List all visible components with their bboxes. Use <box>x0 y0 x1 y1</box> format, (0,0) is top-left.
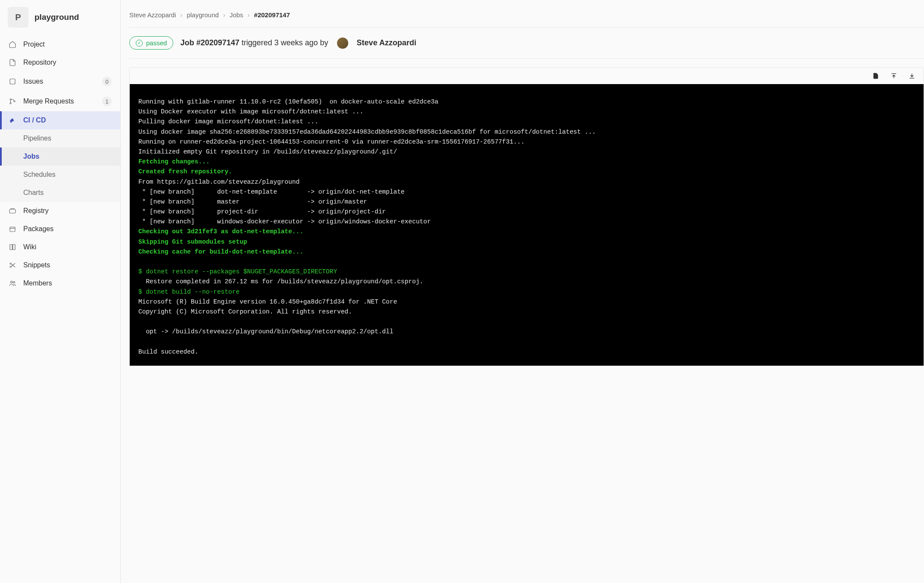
sidebar-header: P playground <box>0 3 120 35</box>
sidebar-item-snippets[interactable]: Snippets <box>0 256 120 274</box>
job-id: Job #202097147 <box>180 38 239 47</box>
log-line: Pulling docker image microsoft/dotnet:la… <box>138 118 318 125</box>
issues-count-badge: 0 <box>102 77 112 86</box>
sidebar-item-packages[interactable]: Packages <box>0 220 120 238</box>
nav-label: Members <box>23 279 112 287</box>
svg-point-2 <box>10 103 11 104</box>
scroll-bottom-icon[interactable] <box>908 72 916 80</box>
log-line: * [new branch] dot-net-template -> origi… <box>138 188 405 195</box>
log-line: * [new branch] windows-docker-executor -… <box>138 218 431 225</box>
svg-rect-0 <box>10 79 15 84</box>
log-line: Initialized empty Git repository in /bui… <box>138 148 397 155</box>
job-log-container: Running with gitlab-runner 11.10.0-rc2 (… <box>129 67 924 366</box>
book-icon <box>9 243 16 251</box>
project-name[interactable]: playground <box>34 13 79 22</box>
chevron-right-icon: › <box>223 11 225 19</box>
author-name[interactable]: Steve Azzopardi <box>357 38 416 47</box>
nav-label: Wiki <box>23 243 112 251</box>
breadcrumb-section[interactable]: Jobs <box>230 11 243 19</box>
sub-item-schedules[interactable]: Schedules <box>0 166 120 184</box>
job-header: ✓ passed Job #202097147 triggered 3 week… <box>129 28 924 58</box>
svg-rect-4 <box>9 209 16 213</box>
log-line: $ dotnet restore --packages $NUGET_PACKA… <box>138 268 337 275</box>
home-icon <box>9 41 16 48</box>
chevron-right-icon: › <box>247 11 250 19</box>
sidebar-item-project[interactable]: Project <box>0 35 120 53</box>
svg-point-7 <box>10 266 11 267</box>
log-line: Fetching changes... <box>138 158 209 165</box>
breadcrumb-root[interactable]: Steve Azzopardi <box>129 11 176 19</box>
log-line: Created fresh repository. <box>138 168 232 175</box>
sidebar-item-registry[interactable]: Registry <box>0 202 120 220</box>
sidebar: P playground Project Repository Issues 0… <box>0 0 121 583</box>
check-circle-icon: ✓ <box>136 40 143 47</box>
sidebar-item-wiki[interactable]: Wiki <box>0 238 120 256</box>
status-label: passed <box>146 39 167 47</box>
sub-item-jobs[interactable]: Jobs <box>0 147 120 166</box>
log-line: $ dotnet build --no-restore <box>138 288 240 295</box>
divider <box>129 58 924 59</box>
project-badge: P <box>8 7 28 28</box>
scroll-top-icon[interactable] <box>890 72 898 80</box>
log-line: Restore completed in 267.12 ms for /buil… <box>138 278 423 285</box>
nav-label: Merge Requests <box>23 97 95 105</box>
nav-label: Project <box>23 41 112 48</box>
log-line: Microsoft (R) Build Engine version 16.0.… <box>138 298 397 305</box>
log-line: Checking cache for build-dot-net-templat… <box>138 248 303 255</box>
job-log[interactable]: Running with gitlab-runner 11.10.0-rc2 (… <box>130 84 924 366</box>
sub-item-charts[interactable]: Charts <box>0 184 120 202</box>
log-line: Using Docker executor with image microso… <box>138 108 363 115</box>
file-icon <box>9 59 16 66</box>
issues-icon <box>9 78 16 85</box>
job-trigger-text: triggered 3 weeks ago by <box>239 38 328 47</box>
log-line: Using docker image sha256:e268893be73339… <box>138 129 596 135</box>
log-line: Skipping Git submodules setup <box>138 238 247 245</box>
log-line: Checking out 3d21fef3 as dot-net-templat… <box>138 228 303 235</box>
svg-rect-5 <box>10 227 15 232</box>
svg-point-6 <box>10 263 11 264</box>
nav-label: Registry <box>23 207 112 215</box>
log-line: * [new branch] project-dir -> origin/pro… <box>138 208 386 215</box>
sidebar-item-issues[interactable]: Issues 0 <box>0 72 120 91</box>
merge-icon <box>9 97 16 105</box>
log-line: Build succeeded. <box>138 348 198 355</box>
log-line: From https://gitlab.com/steveazz/playgro… <box>138 179 300 185</box>
nav-label: Repository <box>23 59 112 66</box>
breadcrumb: Steve Azzopardi › playground › Jobs › #2… <box>129 9 924 27</box>
svg-point-9 <box>13 282 15 283</box>
sidebar-item-merge-requests[interactable]: Merge Requests 1 <box>0 91 120 111</box>
sidebar-item-repository[interactable]: Repository <box>0 53 120 72</box>
chevron-right-icon: › <box>180 11 182 19</box>
svg-point-3 <box>14 101 15 102</box>
members-icon <box>9 279 16 287</box>
sidebar-item-members[interactable]: Members <box>0 274 120 292</box>
log-line: * [new branch] master -> origin/master <box>138 198 367 205</box>
job-title: Job #202097147 triggered 3 weeks ago by <box>180 38 328 47</box>
sub-item-pipelines[interactable]: Pipelines <box>0 129 120 147</box>
status-badge[interactable]: ✓ passed <box>129 36 173 50</box>
sidebar-item-ci-cd[interactable]: CI / CD <box>0 111 120 129</box>
log-line: Copyright (C) Microsoft Corporation. All… <box>138 308 352 315</box>
terminal-toolbar <box>130 68 924 84</box>
package-icon <box>9 225 16 233</box>
svg-point-1 <box>10 99 11 100</box>
nav-label: CI / CD <box>23 116 112 124</box>
nav-label: Issues <box>23 78 95 85</box>
scissors-icon <box>9 261 16 269</box>
nav-label: Packages <box>23 225 112 233</box>
log-line: Running on runner-ed2dce3a-project-10644… <box>138 138 524 145</box>
breadcrumb-current: #202097147 <box>254 11 290 19</box>
raw-log-icon[interactable] <box>872 72 880 80</box>
mr-count-badge: 1 <box>102 97 112 106</box>
log-line: opt -> /builds/steveazz/playground/bin/D… <box>138 328 393 335</box>
log-line: Running with gitlab-runner 11.10.0-rc2 (… <box>138 98 438 105</box>
avatar[interactable] <box>337 38 348 49</box>
breadcrumb-project[interactable]: playground <box>187 11 219 19</box>
svg-point-8 <box>11 281 13 283</box>
ci-cd-submenu: Pipelines Jobs Schedules Charts <box>0 129 120 202</box>
nav-label: Snippets <box>23 261 112 269</box>
rocket-icon <box>9 116 16 124</box>
registry-icon <box>9 207 16 215</box>
main-content: Steve Azzopardi › playground › Jobs › #2… <box>121 0 924 583</box>
